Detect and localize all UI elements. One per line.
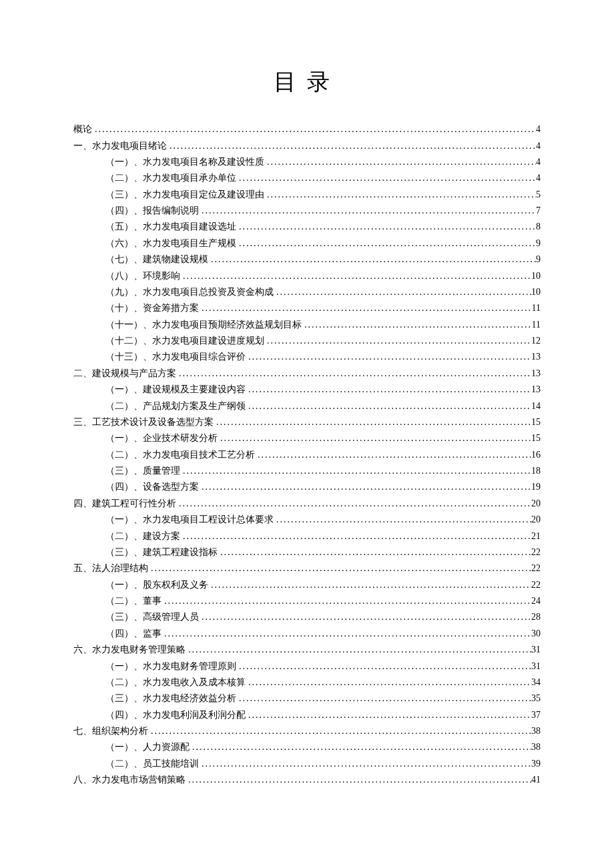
toc-entry-label: 八、水力发电市场营销策略 (73, 775, 186, 785)
toc-entry-page: 39 (531, 759, 541, 769)
toc-leader-dots (246, 402, 531, 411)
toc-entry: 五、法人治理结构22 (73, 560, 541, 576)
toc-entry-page: 10 (531, 272, 541, 281)
toc-leader-dots (236, 694, 531, 703)
toc-leader-dots (264, 190, 536, 199)
toc-entry-page: 24 (531, 596, 541, 606)
toc-entry-page: 14 (531, 402, 541, 411)
toc-entry: （十一）、水力发电项目预期经济效益规划目标11 (73, 317, 541, 333)
toc-leader-dots (180, 466, 531, 476)
toc-leader-dots (236, 222, 536, 232)
toc-leader-dots (199, 612, 531, 622)
toc-entry: （三）、水力发电项目定位及建设理由5 (73, 187, 541, 203)
toc-entry: （二）、水力发电项目承办单位4 (73, 170, 541, 186)
toc-leader-dots (246, 678, 531, 687)
toc-entry: （一）、建设规模及主要建设内容13 (73, 382, 541, 398)
toc-leader-dots (246, 352, 531, 362)
toc-leader-dots (162, 596, 531, 606)
toc-entry-label: （十二）、水力发电项目建设进度规划 (105, 336, 264, 346)
toc-entry-label: （三）、水力发电项目定位及建设理由 (105, 190, 264, 199)
toc-leader-dots (255, 450, 531, 460)
toc-entry: （二）、产品规划方案及生产纲领14 (73, 398, 541, 414)
toc-entry: （三）、高级管理人员28 (73, 609, 541, 625)
toc-entry-label: （二）、产品规划方案及生产纲领 (105, 402, 246, 411)
toc-leader-dots (148, 564, 531, 573)
toc-entry-label: 概论 (73, 125, 92, 134)
toc-leader-dots (236, 239, 536, 248)
toc-leader-dots (199, 759, 531, 769)
toc-entry-page: 5 (536, 190, 541, 199)
toc-entry-label: （四）、监事 (105, 629, 162, 638)
toc-leader-dots (176, 499, 531, 508)
toc-entry-page: 38 (531, 743, 541, 752)
toc-leader-dots (176, 369, 531, 378)
toc-entry: 一、水力发电项目绪论4 (73, 137, 541, 153)
toc-entry-page: 38 (531, 727, 541, 736)
toc-entry-page: 37 (531, 711, 541, 720)
toc-entry-label: （四）、报告编制说明 (105, 206, 199, 215)
toc-leader-dots (302, 320, 532, 330)
toc-entry-label: （二）、员工技能培训 (105, 759, 199, 769)
toc-entry-page: 11 (532, 320, 541, 330)
toc-entry: 概论4 (73, 121, 541, 137)
toc-entry-label: （三）、建筑工程建设指标 (105, 548, 218, 557)
toc-entry-page: 12 (531, 336, 541, 346)
toc-leader-dots (218, 434, 531, 443)
toc-entry-label: （九）、水力发电项目总投资及资金构成 (105, 288, 274, 297)
toc-entry-page: 13 (531, 352, 541, 362)
toc-entry-page: 22 (531, 548, 541, 557)
toc-entry-label: （三）、高级管理人员 (105, 612, 199, 622)
toc-entry-label: （二）、建设方案 (105, 532, 180, 541)
toc-leader-dots (186, 645, 531, 655)
toc-entry: （十三）、水力发电项目综合评价13 (73, 349, 541, 365)
toc-leader-dots (236, 662, 531, 671)
toc-entry-label: （三）、质量管理 (105, 466, 180, 476)
toc-entry-label: （六）、水力发电项目生产规模 (105, 239, 236, 248)
toc-entry-label: （一）、水力发电项目工程设计总体要求 (105, 515, 274, 524)
toc-entry: （四）、水力发电利润及利润分配37 (73, 707, 541, 723)
toc-entry-label: （十三）、水力发电项目综合评价 (105, 352, 246, 362)
toc-entry: 四、建筑工程可行性分析20 (73, 496, 541, 512)
toc-entry: （九）、水力发电项目总投资及资金构成10 (73, 284, 541, 300)
toc-entry-page: 4 (536, 141, 541, 151)
toc-leader-dots (199, 304, 532, 313)
toc-entry-label: （一）、水力发电财务管理原则 (105, 662, 236, 671)
toc-entry-page: 35 (531, 694, 541, 703)
toc-entry-page: 31 (531, 645, 541, 655)
toc-entry-page: 4 (536, 125, 541, 134)
toc-entry-label: 六、水力发电财务管理策略 (73, 645, 186, 655)
toc-entry: 六、水力发电财务管理策略31 (73, 642, 541, 658)
toc-entry-label: （一）、人力资源配 (105, 743, 190, 752)
toc-entry-page: 7 (536, 206, 541, 215)
toc-entry: （四）、监事30 (73, 626, 541, 642)
toc-entry-page: 9 (536, 239, 541, 248)
toc-entry: （二）、建设方案21 (73, 528, 541, 544)
toc-entry-page: 9 (536, 255, 541, 264)
toc-entry: （四）、设备选型方案19 (73, 479, 541, 495)
toc-leader-dots (274, 288, 531, 297)
toc-entry: （二）、董事24 (73, 593, 541, 609)
toc-entry: （七）、建筑物建设规模9 (73, 252, 541, 268)
toc-entry-page: 16 (531, 450, 541, 460)
toc-entry: （一）、水力发电项目工程设计总体要求20 (73, 512, 541, 528)
toc-entry-label: （一）、建设规模及主要建设内容 (105, 385, 246, 394)
toc-entry-page: 10 (531, 288, 541, 297)
toc-entry-page: 20 (531, 515, 541, 524)
toc-entry: （十）、资金筹措方案11 (73, 300, 541, 316)
toc-entry-label: 七、组织架构分析 (73, 727, 148, 736)
toc-entry-page: 21 (531, 532, 541, 541)
toc-entry-page: 20 (531, 499, 541, 508)
toc-entry: 三、工艺技术设计及设备选型方案15 (73, 414, 541, 430)
toc-entry-label: （五）、水力发电项目建设选址 (105, 222, 236, 232)
toc-leader-dots (92, 125, 536, 134)
toc-title: 目录 (73, 67, 541, 97)
toc-entry: （三）、水力发电经济效益分析35 (73, 691, 541, 707)
toc-leader-dots (264, 336, 531, 346)
toc-entry: （一）、水力发电财务管理原则31 (73, 658, 541, 674)
toc-leader-dots (214, 418, 531, 427)
toc-entry: （五）、水力发电项目建设选址8 (73, 219, 541, 235)
toc-leader-dots (208, 255, 536, 264)
toc-entry-page: 34 (531, 678, 541, 687)
toc-entry-page: 15 (531, 434, 541, 443)
toc-entry: （二）、水力发电收入及成本核算34 (73, 675, 541, 691)
